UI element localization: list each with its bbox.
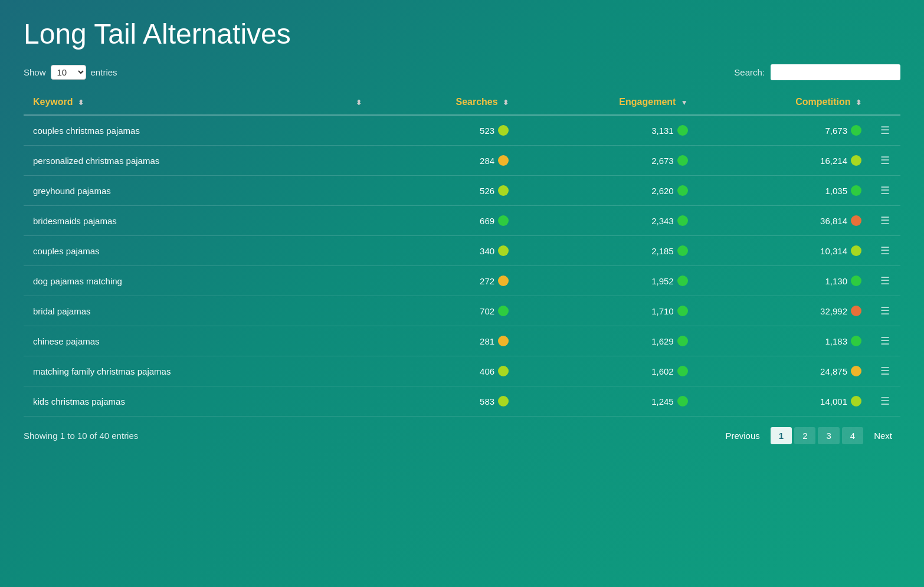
table-row: greyhound pajamas 526 2,620 1,035	[24, 176, 900, 206]
searches-dot	[498, 306, 509, 316]
competition-dot	[851, 336, 861, 346]
competition-value: 7,673	[825, 126, 847, 136]
cell-engagement: 2,620	[518, 176, 697, 206]
col-header-competition[interactable]: Competition ⬍	[697, 90, 871, 115]
sort-icon-searches: ⬍	[503, 99, 509, 107]
engagement-dot	[677, 366, 688, 376]
cell-actions[interactable]: ☰	[871, 146, 900, 176]
col-header-sort2[interactable]: ⬍	[344, 90, 371, 115]
searches-dot	[498, 155, 509, 166]
competition-dot	[851, 125, 861, 136]
competition-dot	[851, 276, 861, 286]
cell-actions[interactable]: ☰	[871, 326, 900, 356]
col-header-searches[interactable]: Searches ⬍	[371, 90, 518, 115]
data-table: Keyword ⬍ ⬍ Searches ⬍ Engagement ▼ Comp…	[24, 90, 900, 417]
cell-empty	[344, 386, 371, 417]
cell-competition: 7,673	[697, 115, 871, 146]
pagination-page-1[interactable]: 1	[771, 427, 792, 444]
searches-value: 284	[480, 156, 494, 166]
actions-menu-icon[interactable]: ☰	[880, 305, 890, 317]
actions-menu-icon[interactable]: ☰	[880, 275, 890, 287]
cell-keyword: greyhound pajamas	[24, 176, 344, 206]
cell-keyword: chinese pajamas	[24, 326, 344, 356]
col-header-engagement[interactable]: Engagement ▼	[518, 90, 697, 115]
table-row: bridal pajamas 702 1,710 32,992	[24, 296, 900, 326]
competition-value: 1,183	[825, 336, 847, 346]
engagement-value: 2,343	[651, 216, 674, 226]
cell-empty	[344, 266, 371, 296]
cell-actions[interactable]: ☰	[871, 356, 900, 386]
cell-actions[interactable]: ☰	[871, 236, 900, 266]
search-input[interactable]	[771, 64, 900, 80]
table-row: personalized christmas pajamas 284 2,673…	[24, 146, 900, 176]
sort-icon-keyword: ⬍	[78, 99, 84, 107]
actions-menu-icon[interactable]: ☰	[880, 124, 890, 136]
competition-dot	[851, 245, 861, 256]
pagination-next[interactable]: Next	[866, 427, 900, 444]
cell-empty	[344, 146, 371, 176]
actions-menu-icon[interactable]: ☰	[880, 365, 890, 377]
cell-searches: 284	[371, 146, 518, 176]
cell-empty	[344, 236, 371, 266]
pagination-prev[interactable]: Previous	[717, 427, 768, 444]
sort-icon-2: ⬍	[356, 99, 362, 107]
search-label: Search:	[734, 67, 765, 77]
cell-actions[interactable]: ☰	[871, 266, 900, 296]
cell-searches: 340	[371, 236, 518, 266]
table-row: dog pajamas matching 272 1,952 1,130	[24, 266, 900, 296]
col-header-keyword[interactable]: Keyword ⬍	[24, 90, 344, 115]
searches-value: 526	[480, 186, 494, 196]
actions-menu-icon[interactable]: ☰	[880, 335, 890, 347]
cell-competition: 1,035	[697, 176, 871, 206]
cell-actions[interactable]: ☰	[871, 176, 900, 206]
pagination-page-2[interactable]: 2	[794, 427, 815, 444]
cell-keyword: bridesmaids pajamas	[24, 206, 344, 236]
searches-dot	[498, 185, 509, 196]
competition-value: 10,314	[820, 246, 847, 256]
show-label: Show	[24, 67, 46, 77]
searches-value: 702	[480, 306, 494, 316]
engagement-dot	[677, 155, 688, 166]
table-body: couples christmas pajamas 523 3,131 7,67…	[24, 115, 900, 417]
actions-menu-icon[interactable]: ☰	[880, 155, 890, 166]
cell-keyword: kids christmas pajamas	[24, 386, 344, 417]
cell-empty	[344, 206, 371, 236]
searches-value: 406	[480, 366, 494, 376]
cell-competition: 36,814	[697, 206, 871, 236]
cell-engagement: 1,952	[518, 266, 697, 296]
cell-competition: 14,001	[697, 386, 871, 417]
cell-actions[interactable]: ☰	[871, 386, 900, 417]
cell-actions[interactable]: ☰	[871, 296, 900, 326]
cell-competition: 16,214	[697, 146, 871, 176]
actions-menu-icon[interactable]: ☰	[880, 395, 890, 407]
engagement-value: 1,602	[651, 366, 674, 376]
pagination-page-3[interactable]: 3	[818, 427, 839, 444]
competition-value: 16,214	[820, 156, 847, 166]
engagement-value: 2,673	[651, 156, 674, 166]
cell-keyword: personalized christmas pajamas	[24, 146, 344, 176]
cell-searches: 583	[371, 386, 518, 417]
actions-menu-icon[interactable]: ☰	[880, 245, 890, 257]
competition-dot	[851, 185, 861, 196]
actions-menu-icon[interactable]: ☰	[880, 185, 890, 196]
cell-engagement: 1,710	[518, 296, 697, 326]
searches-dot	[498, 396, 509, 406]
engagement-value: 3,131	[651, 126, 674, 136]
actions-menu-icon[interactable]: ☰	[880, 215, 890, 227]
cell-searches: 702	[371, 296, 518, 326]
sort-icon-competition: ⬍	[856, 99, 861, 107]
competition-value: 36,814	[820, 216, 847, 226]
engagement-value: 1,952	[651, 276, 674, 286]
cell-actions[interactable]: ☰	[871, 115, 900, 146]
cell-searches: 281	[371, 326, 518, 356]
cell-actions[interactable]: ☰	[871, 206, 900, 236]
engagement-dot	[677, 396, 688, 406]
searches-dot	[498, 366, 509, 376]
cell-keyword: bridal pajamas	[24, 296, 344, 326]
pagination-page-4[interactable]: 4	[842, 427, 863, 444]
engagement-value: 1,710	[651, 306, 674, 316]
controls-top: Show 10 25 50 100 entries Search:	[24, 64, 900, 80]
cell-searches: 406	[371, 356, 518, 386]
entries-select[interactable]: 10 25 50 100	[51, 65, 86, 80]
engagement-value: 1,629	[651, 336, 674, 346]
